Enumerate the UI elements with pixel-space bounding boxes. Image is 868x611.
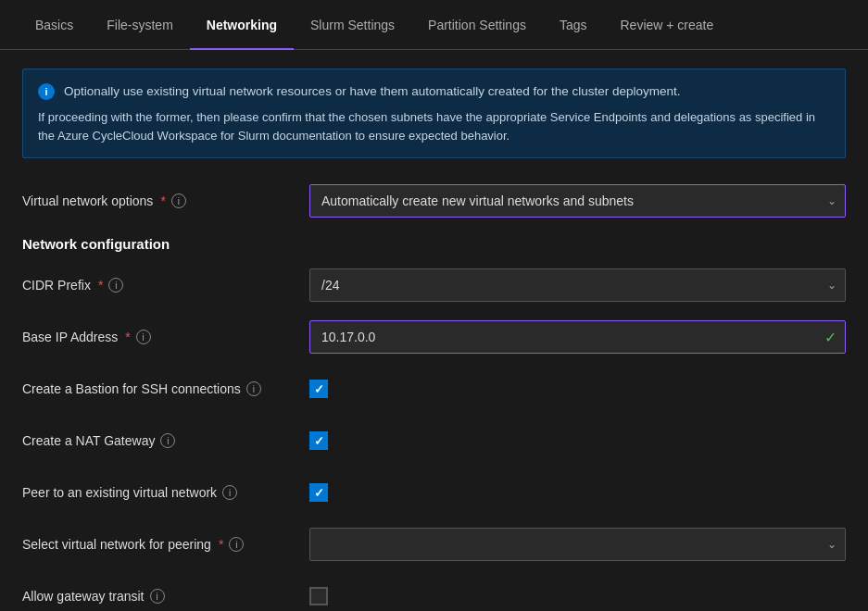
create-bastion-control <box>309 380 846 398</box>
tab-review-create[interactable]: Review + create <box>604 0 731 50</box>
allow-gateway-label: Allow gateway transit i <box>22 589 309 604</box>
create-nat-checkbox[interactable] <box>309 431 328 450</box>
info-banner-secondary: If proceeding with the former, then plea… <box>38 108 830 144</box>
tab-tags[interactable]: Tags <box>543 0 604 50</box>
tab-networking[interactable]: Networking <box>190 0 294 50</box>
create-nat-control <box>309 431 846 450</box>
network-configuration-heading: Network configuration <box>22 236 846 252</box>
select-vnet-required-indicator: * <box>219 537 223 552</box>
cidr-prefix-row: CIDR Prefix * i /16/20/24/28 ⌄ <box>22 268 846 302</box>
tab-slurm[interactable]: Slurm Settings <box>294 0 411 50</box>
peer-vnet-control <box>309 483 846 502</box>
base-ip-input-wrapper: ✓ <box>309 320 846 354</box>
info-banner: i Optionally use existing virtual networ… <box>22 69 846 158</box>
create-bastion-row: Create a Bastion for SSH connections i <box>22 372 846 405</box>
create-bastion-checkbox-wrapper <box>309 380 846 398</box>
peer-vnet-info-icon[interactable]: i <box>222 485 237 500</box>
tab-partition-settings[interactable]: Partition Settings <box>411 0 543 50</box>
cidr-prefix-select[interactable]: /16/20/24/28 <box>309 268 846 302</box>
select-vnet-label: Select virtual network for peering * i <box>22 537 309 552</box>
base-ip-valid-icon: ✓ <box>824 329 837 346</box>
virtual-network-options-row: Virtual network options * i Automaticall… <box>22 184 846 218</box>
tab-bar: Basics File-system Networking Slurm Sett… <box>0 0 868 50</box>
info-icon: i <box>38 83 55 100</box>
main-content: i Optionally use existing virtual networ… <box>0 50 868 611</box>
create-nat-row: Create a NAT Gateway i <box>22 424 846 457</box>
select-vnet-control: ⌄ <box>309 528 846 561</box>
cidr-prefix-control: /16/20/24/28 ⌄ <box>309 268 846 302</box>
virtual-network-options-control: Automatically create new virtual network… <box>309 184 846 218</box>
peer-vnet-label: Peer to an existing virtual network i <box>22 485 309 500</box>
peer-vnet-checkbox[interactable] <box>309 483 328 502</box>
allow-gateway-control <box>309 587 846 605</box>
cidr-required-indicator: * <box>98 278 103 293</box>
allow-gateway-info-icon[interactable]: i <box>150 589 165 604</box>
peer-vnet-checkbox-wrapper <box>309 483 846 502</box>
base-ip-required-indicator: * <box>125 330 130 344</box>
info-banner-primary: Optionally use existing virtual network … <box>64 82 681 101</box>
base-ip-row: Base IP Address * i ✓ <box>22 320 846 354</box>
allow-gateway-checkbox-wrapper <box>309 587 846 605</box>
select-vnet-select-wrapper: ⌄ <box>309 528 846 561</box>
create-bastion-checkbox[interactable] <box>309 380 328 398</box>
create-nat-info-icon[interactable]: i <box>160 433 175 448</box>
allow-gateway-row: Allow gateway transit i <box>22 580 846 611</box>
create-nat-label: Create a NAT Gateway i <box>22 433 309 448</box>
cidr-prefix-info-icon[interactable]: i <box>108 278 123 293</box>
allow-gateway-checkbox[interactable] <box>309 587 328 605</box>
base-ip-label: Base IP Address * i <box>22 330 309 344</box>
required-indicator: * <box>160 193 165 208</box>
base-ip-input[interactable] <box>309 320 846 354</box>
select-vnet-info-icon[interactable]: i <box>229 537 244 552</box>
virtual-network-options-select[interactable]: Automatically create new virtual network… <box>309 184 846 218</box>
select-vnet-row: Select virtual network for peering * i ⌄ <box>22 528 846 561</box>
tab-filesystem[interactable]: File-system <box>90 0 190 50</box>
peer-vnet-row: Peer to an existing virtual network i <box>22 476 846 509</box>
base-ip-info-icon[interactable]: i <box>136 330 151 344</box>
select-vnet-select[interactable] <box>309 528 846 561</box>
tab-basics[interactable]: Basics <box>19 0 90 50</box>
virtual-network-options-label: Virtual network options * i <box>22 193 309 208</box>
virtual-network-options-info-icon[interactable]: i <box>171 193 186 208</box>
create-nat-checkbox-wrapper <box>309 431 846 450</box>
cidr-prefix-select-wrapper: /16/20/24/28 ⌄ <box>309 268 846 302</box>
create-bastion-label: Create a Bastion for SSH connections i <box>22 381 309 396</box>
create-bastion-info-icon[interactable]: i <box>246 381 261 396</box>
cidr-prefix-label: CIDR Prefix * i <box>22 278 309 293</box>
virtual-network-options-select-wrapper: Automatically create new virtual network… <box>309 184 846 218</box>
base-ip-control: ✓ <box>309 320 846 354</box>
